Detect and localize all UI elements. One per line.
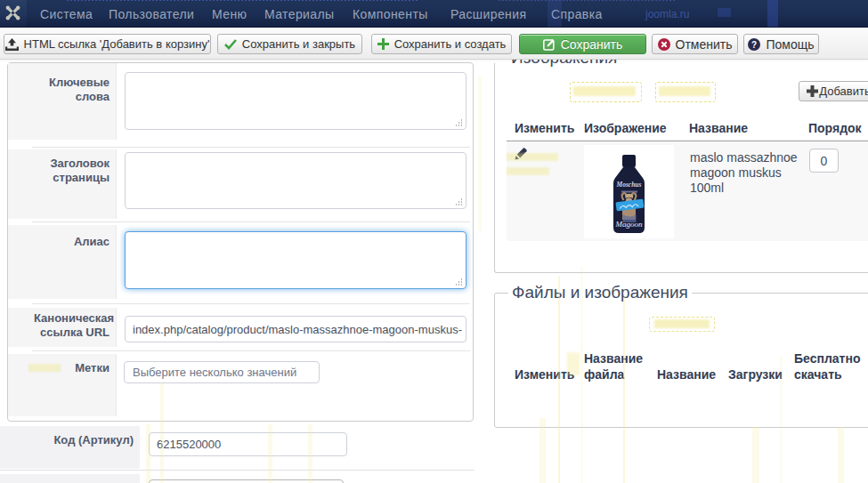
svg-text:?: ? <box>751 39 757 49</box>
svg-text:Magoon: Magoon <box>615 220 643 229</box>
svg-text:Moschus: Moschus <box>616 181 642 189</box>
